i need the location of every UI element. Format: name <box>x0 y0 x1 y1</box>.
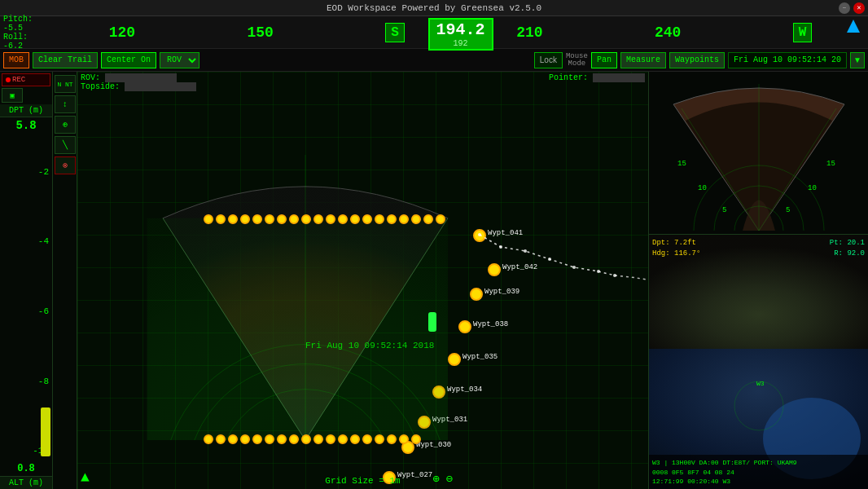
waypoint-dot[interactable] <box>488 263 501 276</box>
date-expand-button[interactable]: ▼ <box>850 52 865 68</box>
waypoint-dot[interactable] <box>252 434 262 444</box>
camera-hud-right-display: Pt: 20.1 R: 92.0 <box>830 238 865 258</box>
svg-text:10: 10 <box>698 184 707 192</box>
waypoint-dot[interactable] <box>362 214 372 224</box>
waypoint-label: Wypt_030 <box>416 441 451 449</box>
mouse-mode-label: MouseMode <box>566 53 588 68</box>
zoom-fit-button[interactable]: ↕ <box>55 95 76 113</box>
camera-line2: 0008 0F5 8F7 04 08 24 <box>652 468 797 477</box>
waypoint-dot[interactable] <box>228 214 238 224</box>
minimize-button[interactable]: – <box>839 2 850 14</box>
waypoint-dot[interactable] <box>326 434 335 444</box>
center-on-button[interactable]: Center On <box>101 52 156 68</box>
waypoint-dot[interactable] <box>411 214 421 224</box>
waypoint-dot[interactable] <box>277 434 287 444</box>
waypoint-dot[interactable] <box>265 434 274 444</box>
waypoint-dot[interactable] <box>338 434 348 444</box>
waypoint-dot[interactable] <box>326 214 335 224</box>
compass-numbers: 120 150 S 194.2 192 210 240 W <box>53 16 868 48</box>
measure-button[interactable]: Measure <box>620 52 666 68</box>
waypoint-dot[interactable] <box>301 434 311 444</box>
rov-label: ROV: <box>81 73 196 82</box>
waypoint-dot[interactable] <box>277 214 287 224</box>
waypoint-dot[interactable] <box>375 434 384 444</box>
waypoints-button[interactable]: Waypoints <box>669 52 725 68</box>
waypoint-dot[interactable] <box>338 214 348 224</box>
rec-button[interactable]: REC <box>2 73 50 86</box>
camera-dpt-value: Dpt: 7.2ft <box>652 238 700 249</box>
mob-button[interactable]: MOB <box>3 52 29 68</box>
waypoint-dot[interactable] <box>289 434 299 444</box>
circle-x-button[interactable]: ⊗ <box>55 156 76 174</box>
svg-text:15: 15 <box>826 160 835 168</box>
waypoint-label: Wypt_042 <box>502 263 537 271</box>
depth-column: REC ▣ DPT (m) 5.8 -2 -4 -6 -8 -10 0.8 AL… <box>0 72 53 489</box>
waypoint-dot[interactable] <box>375 214 384 224</box>
close-button[interactable]: ✕ <box>853 2 865 14</box>
waypoint-dot[interactable] <box>301 214 311 224</box>
heading-main: 194.2 <box>436 20 484 39</box>
depth-top-value: 5.8 <box>0 117 52 134</box>
rov-select[interactable]: ROV <box>160 52 199 68</box>
title-bar: EOD Workspace Powered by Greensea v2.5.0… <box>0 0 868 16</box>
tools-column: N NT ↕ ⊕ ╲ ⊗ <box>53 72 77 489</box>
wypt-041[interactable]: Wypt_041 <box>473 229 486 242</box>
svg-text:5: 5 <box>722 206 726 214</box>
zoom-controls: ⊕ ⊖ <box>432 472 453 486</box>
waypoint-dot[interactable] <box>228 434 238 444</box>
camera-icon: ▣ <box>10 91 14 100</box>
waypoint-dot[interactable] <box>411 434 421 444</box>
waypoint-dot[interactable] <box>423 214 433 224</box>
green-object <box>428 312 436 332</box>
map-timestamp: Fri Aug 10 09:52:14 2018 <box>305 341 434 350</box>
nav-arrow-button[interactable]: ▲ <box>81 469 90 486</box>
nav-nt-button[interactable]: N NT <box>55 75 76 93</box>
waypoint-dot[interactable] <box>350 434 360 444</box>
clear-trail-button[interactable]: Clear Trail <box>33 52 98 68</box>
compass-120: 120 <box>109 24 135 41</box>
waypoint-dot[interactable] <box>216 214 226 224</box>
zoom-out-button[interactable]: ⊖ <box>446 472 453 486</box>
waypoint-dot[interactable] <box>362 434 372 444</box>
pitch-roll-display: Pitch: -5.5 Roll: -6.2 <box>0 13 53 52</box>
waypoint-dot[interactable] <box>216 434 226 444</box>
waypoint-dot[interactable] <box>350 214 360 224</box>
camera-pt-value: Pt: 20.1 <box>830 238 865 249</box>
waypoint-dot[interactable] <box>399 214 409 224</box>
waypoint-dot[interactable] <box>252 214 262 224</box>
waypoint-label: Wypt_041 <box>488 229 523 237</box>
waypoint-dot[interactable] <box>204 434 213 444</box>
waypoint-dot[interactable] <box>436 214 445 224</box>
map-area[interactable]: ROV: Topside: Pointer: Fri Aug 10 09:52:… <box>77 72 648 489</box>
depth-tick-6: -6 <box>0 306 52 316</box>
pan-button[interactable]: Pan <box>591 52 617 68</box>
depth-tick-8: -8 <box>0 377 52 386</box>
waypoint-dot[interactable] <box>313 434 323 444</box>
waypoint-dot[interactable] <box>204 214 213 224</box>
diagonal-tool-button[interactable]: ╲ <box>55 136 76 154</box>
svg-text:5: 5 <box>786 206 790 214</box>
waypoint-dot[interactable] <box>387 214 397 224</box>
zoom-in-button[interactable]: ⊕ <box>432 472 439 486</box>
rec-indicator <box>6 77 11 82</box>
waypoint-dot[interactable] <box>473 229 486 242</box>
left-section: REC ▣ DPT (m) 5.8 -2 -4 -6 -8 -10 0.8 AL… <box>0 72 77 489</box>
camera-tool-button[interactable]: ▣ <box>2 88 23 103</box>
waypoint-dot[interactable] <box>265 214 274 224</box>
camera-bottom-display: W3 | 13H00V DA:00 DT:E8T/ PORT: UKAM9 00… <box>652 458 797 486</box>
waypoint-dot[interactable] <box>240 214 250 224</box>
heading-sub: 192 <box>453 39 467 48</box>
wypt-039[interactable]: Wypt_039 <box>470 288 483 301</box>
lock-button[interactable]: Lock <box>534 52 563 68</box>
waypoint-dot[interactable] <box>313 214 323 224</box>
wypt-042[interactable]: Wypt_042 <box>488 263 501 276</box>
waypoint-dot[interactable] <box>387 434 397 444</box>
waypoint-dot[interactable] <box>470 288 483 301</box>
waypoint-label: Wypt_039 <box>484 288 519 296</box>
compass-s-indicator: S <box>385 23 405 42</box>
crosshair-button[interactable]: ⊕ <box>55 116 76 134</box>
camera-hud-display: Dpt: 7.2ft Hdg: 116.7° <box>652 238 700 258</box>
waypoint-dot[interactable] <box>399 434 409 444</box>
waypoint-dot[interactable] <box>240 434 250 444</box>
waypoint-dot[interactable] <box>289 214 299 224</box>
